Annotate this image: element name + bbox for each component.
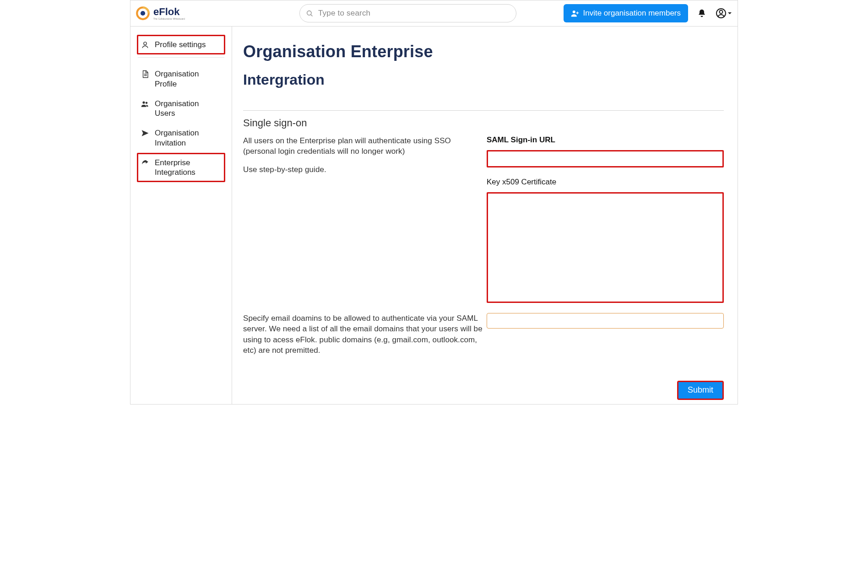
sidebar-item-label: Organisation Users <box>155 99 221 119</box>
sso-left-column: All users on the Enterprise plan will au… <box>243 135 487 313</box>
notifications-button[interactable] <box>695 9 708 18</box>
sso-columns: All users on the Enterprise plan will au… <box>243 135 724 313</box>
top-bar: eFlok The Collaborative Whiteboard I <box>130 0 738 27</box>
search-input[interactable] <box>299 4 516 22</box>
sidebar: Profile settings Organisation Profile <box>130 27 232 404</box>
sso-right-column: SAML Sign-in URL Key x509 Certificate <box>487 135 724 313</box>
cert-label: Key x509 Certificate <box>487 178 724 187</box>
file-doc-icon <box>141 70 150 78</box>
sso-description: All users on the Enterprise plan will au… <box>243 135 485 157</box>
section-title-sso: Single sign-on <box>243 117 724 129</box>
user-plus-icon <box>571 9 579 17</box>
domains-description: Specify email doamins to be allowed to a… <box>243 313 485 356</box>
user-menu[interactable] <box>716 8 732 19</box>
saml-url-input[interactable] <box>487 150 724 167</box>
chevron-down-icon <box>727 11 732 16</box>
svg-point-1 <box>141 11 145 16</box>
sidebar-item-organisation-invitation[interactable]: Organisation Invitation <box>137 123 225 153</box>
brand-name: eFlok <box>153 7 185 17</box>
sidebar-item-label: Profile settings <box>155 40 206 49</box>
search-icon <box>306 10 313 17</box>
sidebar-item-label: Enterprise Integrations <box>155 158 221 178</box>
brand-tagline: The Collaborative Whiteboard <box>153 18 185 20</box>
domains-input[interactable] <box>487 313 724 329</box>
brand-mark-icon <box>135 5 151 21</box>
svg-point-7 <box>144 42 146 45</box>
send-icon <box>141 129 150 137</box>
spacer <box>487 167 724 178</box>
search-wrap <box>299 4 516 22</box>
domains-columns: Specify email doamins to be allowed to a… <box>243 313 724 363</box>
users-icon <box>141 100 150 108</box>
sidebar-item-label: Organisation Invitation <box>155 128 221 148</box>
brand-logo[interactable]: eFlok The Collaborative Whiteboard <box>135 5 185 21</box>
sso-guide-link[interactable]: Use step-by-step guide. <box>243 164 485 175</box>
svg-point-6 <box>720 11 723 14</box>
body: Profile settings Organisation Profile <box>130 27 738 404</box>
domains-right-column <box>487 313 724 363</box>
svg-point-9 <box>146 102 148 104</box>
sidebar-separator <box>138 57 224 58</box>
sidebar-item-profile-settings[interactable]: Profile settings <box>137 35 225 54</box>
share-icon <box>141 159 150 167</box>
button-row: Submit <box>243 381 724 400</box>
sidebar-item-enterprise-integrations[interactable]: Enterprise Integrations <box>137 153 225 183</box>
sidebar-item-organisation-users[interactable]: Organisation Users <box>137 94 225 124</box>
page-title-line1: Organisation Enterprise <box>243 42 724 61</box>
sidebar-item-label: Organisation Profile <box>155 69 221 89</box>
invite-members-button[interactable]: Invite organisation members <box>564 4 688 22</box>
submit-button[interactable]: Submit <box>677 381 724 400</box>
section-rule <box>243 110 724 111</box>
svg-line-3 <box>311 15 312 16</box>
invite-members-label: Invite organisation members <box>583 9 681 18</box>
bell-icon <box>697 9 706 18</box>
app-frame: eFlok The Collaborative Whiteboard I <box>130 0 738 405</box>
main-content: Organisation Enterprise Intergration Sin… <box>232 27 738 404</box>
brand-text: eFlok The Collaborative Whiteboard <box>153 7 185 20</box>
svg-point-8 <box>142 101 145 103</box>
saml-url-label: SAML Sign-in URL <box>487 135 724 145</box>
cert-textarea[interactable] <box>487 192 724 303</box>
svg-point-4 <box>573 11 575 13</box>
domains-left-column: Specify email doamins to be allowed to a… <box>243 313 487 363</box>
sidebar-item-organisation-profile[interactable]: Organisation Profile <box>137 64 225 94</box>
user-circle-icon <box>716 8 727 19</box>
page-title-line2: Intergration <box>243 71 724 88</box>
user-outline-icon <box>141 41 150 49</box>
